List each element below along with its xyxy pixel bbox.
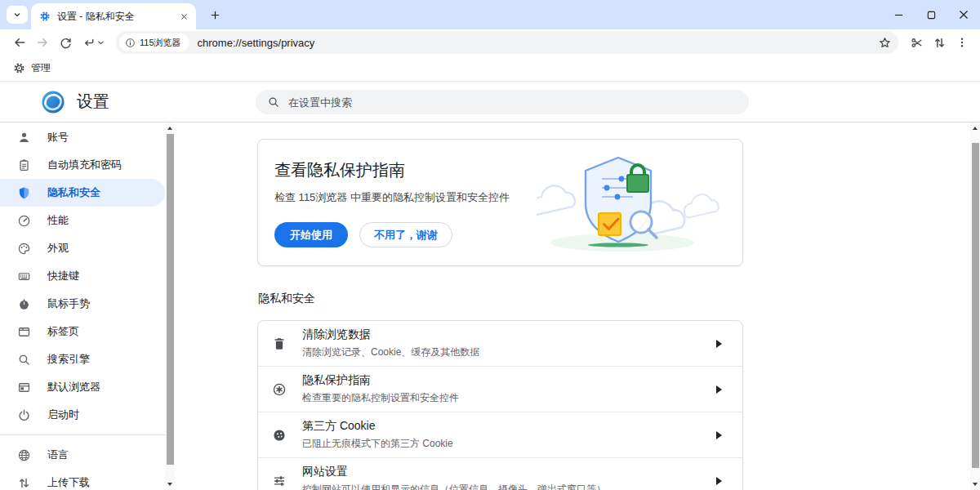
forward-button[interactable] bbox=[31, 32, 54, 53]
arrow-left-icon bbox=[12, 35, 27, 50]
browser-toolbar: 115浏览器 bbox=[0, 29, 980, 56]
caret-down-icon bbox=[98, 41, 104, 45]
url-input[interactable] bbox=[198, 37, 878, 49]
settings-sidebar: 账号 自动填充和密码 隐私和安全 性能 外观 快捷键 鼠标手势 标签页 搜索引擎… bbox=[0, 122, 165, 490]
bookmark-bar: 管理 bbox=[0, 56, 980, 82]
section-title: 隐私和安全 bbox=[258, 292, 744, 306]
sidebar-item-账号[interactable]: 账号 bbox=[0, 123, 165, 151]
settings-row-网站设置[interactable]: 网站设置 控制网站可以使用和显示的信息（位置信息、摄像头、弹出式窗口等） bbox=[258, 457, 742, 490]
gear-icon bbox=[13, 62, 25, 74]
sidebar-item-快捷键[interactable]: 快捷键 bbox=[0, 262, 165, 290]
bookmark-manage-label: 管理 bbox=[31, 61, 51, 75]
settings-main: 查看隐私保护指南 检查 115浏览器 中重要的隐私控制设置和安全控件 开始使用 … bbox=[175, 122, 970, 490]
url-bar[interactable]: 115浏览器 bbox=[116, 31, 898, 54]
settings-search[interactable] bbox=[256, 90, 749, 114]
palette-icon bbox=[16, 241, 31, 256]
settings-row-清除浏览数据[interactable]: 清除浏览数据 清除浏览记录、Cookie、缓存及其他数据 bbox=[258, 321, 742, 366]
tab-title: 设置 - 隐私和安全 bbox=[57, 10, 176, 24]
reload-button[interactable] bbox=[54, 32, 77, 53]
browser-menu-button[interactable] bbox=[951, 32, 973, 53]
chevron-right-icon bbox=[716, 385, 726, 394]
globe-icon bbox=[16, 448, 31, 462]
window-maximize-button[interactable] bbox=[915, 0, 947, 29]
sidebar-scrollbar[interactable] bbox=[165, 122, 175, 490]
trash-icon bbox=[271, 336, 287, 352]
arrow-right-icon bbox=[35, 35, 50, 50]
mouse-icon bbox=[16, 296, 31, 311]
window-controls bbox=[882, 0, 980, 29]
sidebar-item-上传下载[interactable]: 上传下载 bbox=[0, 469, 165, 490]
info-icon bbox=[125, 38, 136, 48]
window-close-button[interactable] bbox=[947, 0, 980, 29]
settings-header: 设置 bbox=[0, 82, 980, 122]
settings-content: 账号 自动填充和密码 隐私和安全 性能 外观 快捷键 鼠标手势 标签页 搜索引擎… bbox=[0, 122, 980, 490]
sidebar-item-启动时[interactable]: 启动时 bbox=[0, 401, 165, 429]
downloads-transfer-button[interactable] bbox=[928, 32, 951, 53]
scroll-up-arrow[interactable] bbox=[165, 122, 175, 134]
star-icon bbox=[878, 36, 892, 50]
sidebar-item-性能[interactable]: 性能 bbox=[0, 207, 165, 234]
sidebar-item-隐私和安全[interactable]: 隐私和安全 bbox=[0, 179, 165, 207]
settings-search-input[interactable] bbox=[288, 96, 737, 109]
scrollbar-thumb[interactable] bbox=[972, 143, 979, 468]
browser-icon bbox=[16, 380, 31, 394]
scroll-down-arrow[interactable] bbox=[165, 479, 175, 490]
page-scrollbar[interactable] bbox=[970, 122, 980, 490]
tune-icon bbox=[271, 473, 287, 489]
search-icon bbox=[16, 352, 31, 367]
sidebar-item-标签页[interactable]: 标签页 bbox=[0, 318, 165, 345]
settings-row-第三方 Cookie[interactable]: 第三方 Cookie 已阻止无痕模式下的第三方 Cookie bbox=[258, 412, 742, 457]
site-info-badge[interactable]: 115浏览器 bbox=[119, 33, 189, 51]
plus-icon bbox=[209, 9, 221, 21]
bookmark-manage[interactable]: 管理 bbox=[13, 61, 51, 75]
back-button[interactable] bbox=[8, 32, 31, 53]
tab-page-icon bbox=[16, 324, 31, 339]
keyboard-icon bbox=[16, 269, 31, 283]
scroll-up-arrow[interactable] bbox=[970, 122, 980, 134]
start-button[interactable]: 开始使用 bbox=[274, 222, 348, 247]
site-badge-label: 115浏览器 bbox=[140, 37, 181, 49]
window-minimize-button[interactable] bbox=[882, 0, 915, 29]
person-icon bbox=[16, 130, 31, 145]
search-icon bbox=[267, 96, 280, 109]
chevron-right-icon bbox=[716, 477, 726, 485]
tab-close-button[interactable] bbox=[176, 9, 191, 24]
active-tab[interactable]: 设置 - 隐私和安全 bbox=[31, 3, 196, 29]
autofill-icon bbox=[16, 158, 31, 172]
reload-icon bbox=[59, 36, 73, 50]
browser-logo-icon bbox=[41, 90, 65, 114]
speedometer-icon bbox=[16, 213, 31, 228]
three-dots-icon bbox=[956, 36, 969, 49]
privacy-guide-promo-card: 查看隐私保护指南 检查 115浏览器 中重要的隐私控制设置和安全控件 开始使用 … bbox=[257, 139, 743, 266]
sidebar-divider bbox=[0, 434, 165, 435]
close-icon bbox=[180, 12, 189, 21]
new-tab-button[interactable] bbox=[204, 4, 225, 25]
settings-gear-icon bbox=[39, 11, 51, 22]
scrollbar-thumb[interactable] bbox=[167, 134, 174, 465]
chevron-right-icon bbox=[716, 340, 726, 348]
reopen-closed-tab-button[interactable] bbox=[77, 32, 109, 53]
settings-row-隐私保护指南[interactable]: 隐私保护指南 检查重要的隐私控制设置和安全控件 bbox=[258, 366, 742, 412]
sidebar-item-自动填充和密码[interactable]: 自动填充和密码 bbox=[0, 151, 165, 179]
power-icon bbox=[16, 408, 31, 422]
bookmark-star-button[interactable] bbox=[878, 36, 892, 50]
return-arrow-icon bbox=[82, 36, 96, 49]
screenshot-button[interactable] bbox=[905, 32, 928, 53]
scroll-down-arrow[interactable] bbox=[970, 479, 980, 490]
sidebar-item-搜索引擎[interactable]: 搜索引擎 bbox=[0, 345, 165, 373]
tab-strip: 设置 - 隐私和安全 bbox=[0, 0, 980, 29]
sidebar-item-外观[interactable]: 外观 bbox=[0, 234, 165, 262]
minimize-icon bbox=[894, 11, 903, 20]
privacy-guide-illustration bbox=[537, 149, 723, 257]
privacy-guide-icon bbox=[271, 381, 287, 398]
chevron-right-icon bbox=[716, 431, 726, 439]
sidebar-item-默认浏览器[interactable]: 默认浏览器 bbox=[0, 373, 165, 401]
cookie-icon bbox=[271, 427, 287, 443]
no-thanks-button[interactable]: 不用了，谢谢 bbox=[359, 222, 452, 247]
tab-search-button[interactable] bbox=[7, 6, 28, 24]
maximize-icon bbox=[927, 11, 936, 20]
sidebar-item-鼠标手势[interactable]: 鼠标手势 bbox=[0, 290, 165, 318]
close-icon bbox=[959, 10, 969, 20]
page-title: 设置 bbox=[77, 91, 109, 113]
sidebar-item-语言[interactable]: 语言 bbox=[0, 441, 165, 469]
